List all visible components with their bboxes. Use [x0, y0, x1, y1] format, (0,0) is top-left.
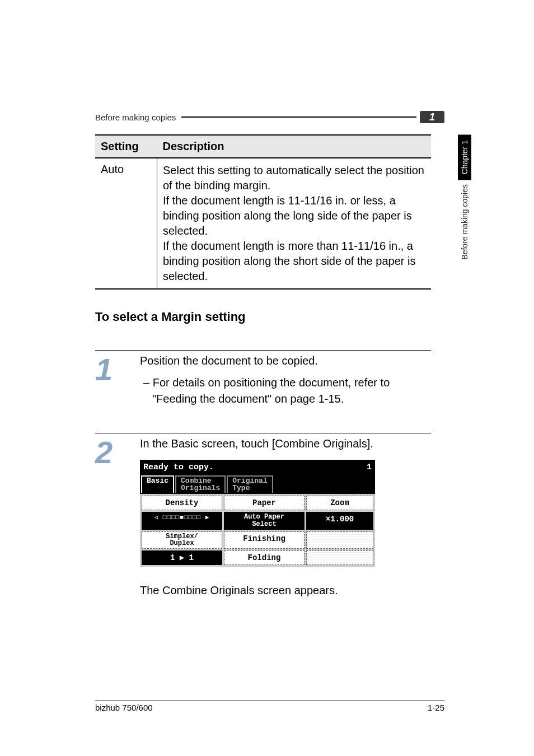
device-screen: Ready to copy. 1 Basic Combine Originals…	[140, 460, 375, 567]
section-heading: To select a Margin setting	[95, 310, 461, 324]
tab-original-type[interactable]: Original Type	[227, 475, 273, 493]
side-tab-chapter: Chapter 1	[458, 134, 471, 180]
side-tab: Chapter 1 Before making copies	[457, 134, 472, 264]
settings-table: Setting Description Auto Select this set…	[95, 134, 431, 290]
status-text: Ready to copy.	[143, 461, 214, 474]
footer-page: 1-25	[428, 703, 444, 712]
tab-basic[interactable]: Basic	[141, 475, 174, 493]
table-header-setting: Setting	[95, 135, 157, 158]
step-subtext: – For details on positioning the documen…	[140, 375, 431, 407]
simplex-duplex-button[interactable]: Simplex/ Duplex	[142, 531, 222, 549]
header-rule	[181, 116, 416, 118]
table-cell-description: Select this setting to automatically sel…	[157, 158, 432, 289]
copy-count: 1	[367, 461, 372, 474]
step-2: 2 In the Basic screen, touch [Combine Or…	[95, 433, 431, 599]
paper-button[interactable]: Paper	[224, 496, 305, 510]
step-text: In the Basic screen, touch [Combine Orig…	[140, 436, 431, 452]
step-result-text: The Combine Originals screen appears.	[140, 582, 431, 599]
running-header: Before making copies 1	[95, 111, 444, 123]
empty-cell	[306, 550, 373, 565]
running-title: Before making copies	[95, 113, 176, 122]
step-number: 1	[95, 353, 140, 407]
side-tab-label: Before making copies	[460, 180, 469, 264]
density-button[interactable]: Density	[142, 496, 222, 510]
empty-cell	[306, 531, 373, 549]
tab-combine-originals[interactable]: Combine Originals	[175, 475, 226, 493]
table-cell-setting: Auto	[95, 158, 157, 289]
table-header-description: Description	[157, 135, 432, 158]
control-grid: Density Paper Zoom ◁ □□□□■□□□□ ▶ Auto Pa…	[140, 494, 375, 567]
step-number: 2	[95, 436, 140, 599]
auto-paper-select-button[interactable]: Auto Paper Select	[224, 512, 305, 529]
page-footer: bizhub 750/600 1-25	[95, 701, 444, 712]
status-bar: Ready to copy. 1	[140, 460, 375, 475]
tab-row: Basic Combine Originals Original Type	[140, 475, 375, 494]
table-row: Auto Select this setting to automaticall…	[95, 158, 431, 289]
zoom-button[interactable]: Zoom	[306, 496, 373, 510]
density-indicator[interactable]: ◁ □□□□■□□□□ ▶	[142, 512, 222, 529]
finishing-button[interactable]: Finishing	[224, 531, 305, 549]
footer-model: bizhub 750/600	[95, 703, 153, 712]
folding-button[interactable]: Folding	[224, 550, 305, 565]
one-to-one-indicator: 1 ▶ 1	[142, 550, 222, 565]
chapter-chip: 1	[420, 111, 444, 123]
zoom-value: ×1.000	[306, 512, 373, 529]
step-text: Position the document to be copied.	[140, 353, 431, 369]
step-1: 1 Position the document to be copied. – …	[95, 350, 431, 407]
